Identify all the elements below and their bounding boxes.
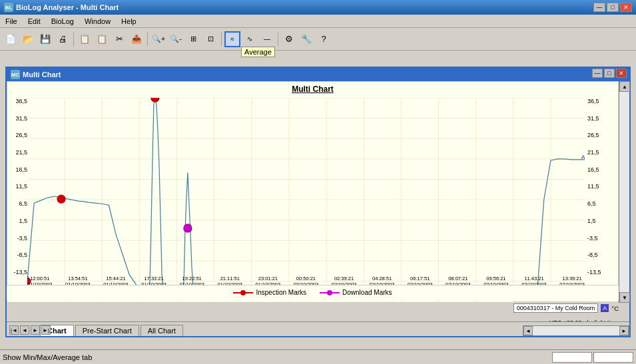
save-button[interactable]: 💾 — [37, 31, 53, 47]
chart-window: MC Multi Chart — □ ✕ Multi Chart 36,531,… — [5, 67, 631, 337]
svg-point-28 — [151, 98, 159, 102]
chart-window-controls[interactable]: — □ ✕ — [592, 69, 627, 78]
separator3 — [221, 33, 222, 46]
tab-allchart[interactable]: All Chart — [141, 325, 183, 336]
help-button[interactable]: ? — [316, 31, 332, 47]
tools2-button[interactable]: 🔧 — [298, 31, 314, 47]
wave-button[interactable]: ∿ — [242, 31, 258, 47]
paste-button[interactable]: 📋 — [94, 31, 110, 47]
y-left-label: -8,5 — [9, 252, 27, 258]
line-button[interactable]: — — [259, 31, 275, 47]
svg-text:A: A — [581, 154, 585, 160]
tools-button[interactable]: ⚙ — [281, 31, 297, 47]
chart-maximize-button[interactable]: □ — [604, 69, 615, 78]
chart-close-button[interactable]: ✕ — [616, 69, 627, 78]
tab-nav[interactable]: |◄ ◄ ► ►| — [9, 325, 51, 335]
title-bar-left: BL BioLog Analyser - Multi Chart — [4, 3, 119, 12]
y-right-label: -3,5 — [587, 235, 606, 242]
chart-svg: A A A A A A A A A A — [27, 98, 585, 301]
copy-button[interactable]: 📋 — [77, 31, 93, 47]
chart-window-icon: MC — [11, 70, 20, 79]
y-left-label: 11,5 — [9, 183, 27, 190]
separator1 — [73, 33, 74, 46]
svg-point-27 — [57, 195, 65, 203]
y-left-label: 6,5 — [9, 200, 27, 207]
minimize-button[interactable]: — — [593, 3, 605, 12]
tooltip-average: Average — [241, 47, 275, 57]
inspection-marks-label: Inspection Marks — [256, 289, 306, 296]
legend-area: Inspection Marks Download Marks — [7, 285, 619, 299]
tab-next-button[interactable]: ► — [31, 325, 40, 335]
legend-inspection: Inspection Marks — [233, 289, 306, 296]
toolbar: 📄 📂 💾 🖨 📋 📋 ✂ 📤 🔍+ 🔍- ⊞ ⊡ ≈ ∿ — ⚙ 🔧 ? Av… — [0, 28, 636, 51]
info-bar: 0004310317 - My Cold Room A °C — [513, 301, 619, 315]
status-box2 — [593, 352, 633, 363]
print-button[interactable]: 🖨 — [55, 31, 71, 47]
tab-last-button[interactable]: ►| — [41, 325, 51, 335]
tab-prestart[interactable]: Pre-Start Chart — [75, 325, 139, 336]
y-left-label: 21,5 — [9, 149, 27, 156]
scroll-down-button[interactable]: ▼ — [619, 292, 630, 303]
tab-prev-button[interactable]: ◄ — [20, 325, 29, 335]
status-right — [552, 352, 633, 363]
scroll-left-button[interactable]: ◄ — [523, 326, 533, 335]
scroll-track — [619, 92, 629, 292]
y-left-label: 26,5 — [9, 132, 27, 138]
y-right-label: -8,5 — [587, 252, 606, 258]
y-left-label: -3,5 — [9, 235, 27, 242]
y-right-label: 1,5 — [587, 218, 606, 224]
chart-minimize-button[interactable]: — — [592, 69, 603, 78]
new-button[interactable]: 📄 — [3, 31, 19, 47]
close-button[interactable]: ✕ — [620, 3, 632, 12]
zoom-out-button[interactable]: 🔍- — [168, 31, 184, 47]
download-marks-label: Download Marks — [342, 289, 392, 296]
scrollbar-bottom[interactable]: ◄ ► — [523, 325, 629, 336]
average-button[interactable]: ≈ — [224, 31, 240, 47]
y-right-label: 16,5 — [587, 166, 606, 173]
y-left-label: 16,5 — [9, 166, 27, 173]
maximize-button[interactable]: □ — [607, 3, 619, 12]
y-left-label: 36,5 — [9, 98, 27, 104]
open-button[interactable]: 📂 — [20, 31, 36, 47]
title-bar-controls[interactable]: — □ ✕ — [593, 3, 632, 12]
chart-area: Multi Chart 36,531,526,521,516,511,56,51… — [7, 81, 619, 303]
scrollbar-right[interactable]: ▲ ▼ — [619, 81, 629, 303]
y-axis-left: 36,531,526,521,516,511,56,51,5-3,5-8,5-1… — [9, 98, 27, 275]
chart-window-title: Multi Chart — [23, 71, 61, 79]
sensor-id: 0004310317 - My Cold Room — [513, 303, 599, 313]
status-bar: Show Min/Max/Average tab — [0, 349, 636, 364]
unit-label: °C — [611, 305, 619, 312]
menu-file[interactable]: File — [3, 17, 20, 26]
scroll-up-button[interactable]: ▲ — [619, 81, 630, 92]
svg-point-29 — [184, 224, 192, 232]
zoom-in-button[interactable]: 🔍+ — [151, 31, 166, 47]
menu-bar: File Edit BioLog Window Help — [0, 15, 636, 28]
app-icon: BL — [4, 3, 13, 12]
zoom-all-button[interactable]: ⊞ — [185, 31, 201, 47]
menu-biolog[interactable]: BioLog — [49, 17, 77, 26]
scroll-h-track — [533, 326, 619, 335]
status-text: Show Min/Max/Average tab — [3, 353, 92, 361]
y-right-label: 21,5 — [587, 149, 606, 156]
y-right-label: 26,5 — [587, 132, 606, 138]
tab-first-button[interactable]: |◄ — [9, 325, 19, 335]
menu-edit[interactable]: Edit — [25, 17, 43, 26]
zoom-sel-button[interactable]: ⊡ — [202, 31, 218, 47]
export-button[interactable]: 📤 — [129, 31, 145, 47]
y-right-label: 31,5 — [587, 115, 606, 122]
scroll-right-button[interactable]: ► — [619, 326, 629, 335]
tab-bar: |◄ ◄ ► ►| Chart Pre-Start Chart All Char… — [7, 321, 629, 336]
chart-window-titlebar: MC Multi Chart — [7, 68, 629, 81]
app-title: BioLog Analyser - Multi Chart — [16, 3, 119, 11]
menu-help[interactable]: Help — [119, 17, 139, 26]
y-right-label: 6,5 — [587, 200, 606, 207]
y-left-label: 31,5 — [9, 115, 27, 122]
separator4 — [278, 33, 278, 46]
cut-button[interactable]: ✂ — [111, 31, 127, 47]
title-bar: BL BioLog Analyser - Multi Chart — □ ✕ — [0, 0, 636, 15]
status-box1 — [552, 352, 592, 363]
menu-window[interactable]: Window — [82, 17, 113, 26]
chart-title: Multi Chart — [7, 82, 618, 96]
legend-download: Download Marks — [320, 289, 392, 296]
y-left-label: -13,5 — [9, 269, 27, 275]
